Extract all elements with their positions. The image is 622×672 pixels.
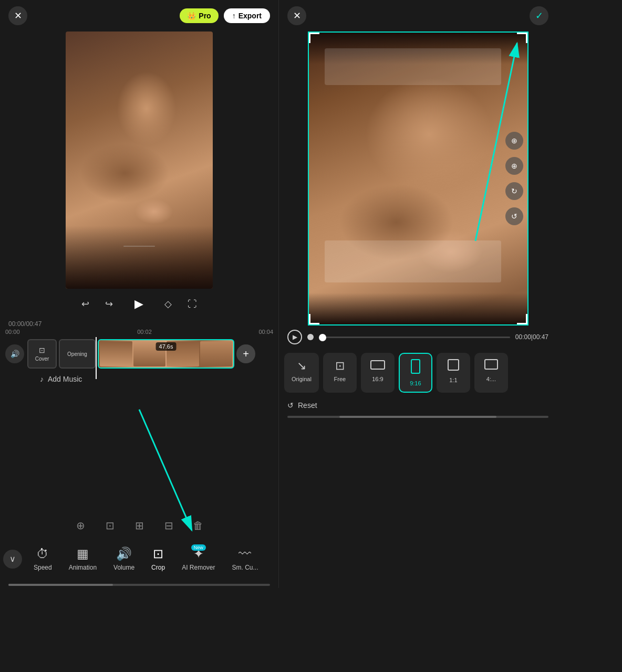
tool-icon-grid[interactable]: ⊞ — [130, 516, 149, 535]
export-button[interactable]: ↑ Export — [224, 8, 270, 23]
smart-cut-label: Sm. Cu... — [232, 564, 258, 571]
ar-1-1[interactable]: 1:1 — [437, 353, 470, 393]
speed-icon: ⏱ — [36, 547, 49, 561]
ar-original-icon: ↘ — [297, 359, 306, 373]
add-music-row[interactable]: ♪ Add Music — [32, 371, 273, 387]
close-button-left[interactable]: ✕ — [8, 6, 27, 25]
progress-dot[interactable] — [307, 334, 314, 340]
svg-rect-6 — [448, 360, 459, 370]
time-display-right: 00:00|00:47 — [515, 333, 548, 341]
tool-speed[interactable]: ⏱ Speed — [25, 542, 60, 575]
tool-crop[interactable]: ⊡ Crop — [143, 542, 173, 575]
progress-thumb-right[interactable] — [319, 334, 326, 341]
crown-icon: 👑 — [187, 12, 196, 20]
current-time-left: 00:00 — [8, 320, 24, 328]
ar-free-icon: ⊡ — [335, 359, 345, 373]
bottom-scrollbar-right[interactable] — [287, 416, 548, 418]
time-display-left: 00:00/00:47 — [0, 319, 278, 329]
reset-label: Reset — [298, 401, 317, 410]
tool-icons-row: ⊕ ⊡ ⊞ ⊟ 🗑 — [0, 512, 278, 539]
new-badge: New — [191, 544, 206, 551]
music-note-icon: ♪ — [40, 375, 44, 383]
ar-4-3-label: 4:... — [486, 376, 496, 382]
tool-icon-minus[interactable]: ⊟ — [159, 516, 178, 535]
ar-16-9[interactable]: 16:9 — [361, 353, 395, 393]
tool-icon-split[interactable]: ⊡ — [100, 516, 119, 535]
pro-badge[interactable]: 👑 Pro — [180, 8, 218, 23]
play-icon-right: ▶ — [293, 333, 297, 341]
ar-9-16-icon — [411, 359, 420, 377]
undo-button[interactable]: ↩ — [81, 298, 89, 310]
timeline-track: 🔊 ⊡ Cover Opening 47.6s — [5, 337, 273, 371]
audio-mute-button[interactable]: 🔊 — [5, 344, 24, 363]
svg-rect-5 — [411, 360, 420, 373]
marker-2: 00:04 — [258, 329, 273, 335]
crop-side-icon-rotate[interactable]: ↻ — [505, 182, 523, 200]
tool-smart-cut[interactable]: 〰 Sm. Cu... — [223, 542, 266, 575]
volume-tool-icon: 🔊 — [116, 547, 132, 561]
speed-label: Speed — [34, 564, 52, 571]
upload-icon: ↑ — [232, 12, 236, 20]
time-markers: 00:00 00:02 00:04 — [0, 329, 278, 335]
crop-side-icon-1[interactable]: ⊕ — [505, 132, 523, 150]
svg-rect-4 — [371, 361, 385, 369]
right-panel: ✕ ✓ ⊕ ⊕ ↻ ↺ — [278, 0, 557, 588]
redo-button[interactable]: ↪ — [105, 298, 113, 310]
smart-cut-icon: 〰 — [239, 547, 251, 561]
chevron-down-button[interactable]: ∨ — [3, 550, 22, 569]
ar-1-1-label: 1:1 — [449, 377, 457, 383]
crop-side-icon-2[interactable]: ⊕ — [505, 157, 523, 175]
current-time-right: 00:00 — [515, 333, 531, 341]
aspect-ratio-section: ↘ Original ⊡ Free 16:9 9:16 — [279, 349, 557, 397]
video-preview-right: ⊕ ⊕ ↻ ↺ — [308, 32, 528, 326]
ar-16-9-label: 16:9 — [372, 376, 383, 382]
ar-4-3[interactable]: 4:... — [474, 353, 508, 393]
progress-bar-right[interactable] — [319, 337, 510, 338]
add-clip-button[interactable]: + — [236, 344, 255, 363]
play-button-right[interactable]: ▶ — [287, 330, 302, 344]
play-button-left[interactable]: ▶ — [129, 294, 149, 314]
ar-free[interactable]: ⊡ Free — [323, 353, 357, 393]
svg-rect-7 — [485, 360, 497, 369]
pro-label: Pro — [199, 12, 211, 20]
cover-icon: ⊡ — [39, 346, 45, 354]
top-bar-right: ✕ ✓ — [279, 0, 557, 32]
export-label: Export — [239, 12, 262, 20]
ai-label: AI Remover — [182, 564, 215, 571]
diamond-button[interactable]: ◇ — [164, 298, 172, 310]
track-clips: ⊡ Cover Opening 47.6s — [27, 339, 273, 369]
clip-cover[interactable]: ⊡ Cover — [27, 339, 57, 369]
ar-9-16[interactable]: 9:16 — [399, 353, 432, 393]
clip-opening[interactable]: Opening — [59, 339, 96, 369]
crop-right-icons: ⊕ ⊕ ↻ ↺ — [505, 132, 523, 225]
tool-icon-delete[interactable]: 🗑 — [189, 516, 208, 535]
confirm-button[interactable]: ✓ — [530, 6, 548, 25]
marker-1: 00:02 — [137, 329, 152, 335]
crop-icon: ⊡ — [153, 547, 163, 561]
ar-original[interactable]: ↘ Original — [284, 353, 319, 393]
marker-0: 00:00 — [5, 329, 20, 335]
bottom-scrollbar[interactable] — [8, 584, 270, 586]
reset-row[interactable]: ↺ Reset — [279, 397, 557, 414]
playback-bar-right: ▶ 00:00|00:47 — [279, 326, 557, 349]
video-thumbnail-left — [66, 32, 213, 289]
tool-volume[interactable]: 🔊 Volume — [105, 542, 143, 575]
crop-side-icon-flip[interactable]: ↺ — [505, 207, 523, 225]
tool-animation[interactable]: ▦ Animation — [60, 542, 105, 575]
reset-icon: ↺ — [287, 401, 294, 410]
ar-original-label: Original — [292, 376, 312, 382]
total-time-right: 00:47 — [533, 333, 548, 341]
crop-top-overlay — [325, 48, 501, 85]
add-music-label: Add Music — [48, 375, 82, 383]
tool-icon-add[interactable]: ⊕ — [71, 516, 90, 535]
volume-icon: 🔊 — [11, 350, 19, 358]
tool-ai-remover[interactable]: ✦ New AI Remover — [173, 542, 223, 575]
video-preview-left — [66, 32, 213, 289]
animation-label: Animation — [69, 564, 97, 571]
clip-main-video[interactable]: 47.6s — [98, 339, 234, 369]
close-button-right[interactable]: ✕ — [287, 6, 306, 25]
ar-9-16-label: 9:16 — [410, 380, 421, 386]
ar-16-9-icon — [370, 359, 385, 373]
total-time-left: 00:47 — [26, 320, 42, 328]
fullscreen-button[interactable]: ⛶ — [188, 299, 197, 310]
